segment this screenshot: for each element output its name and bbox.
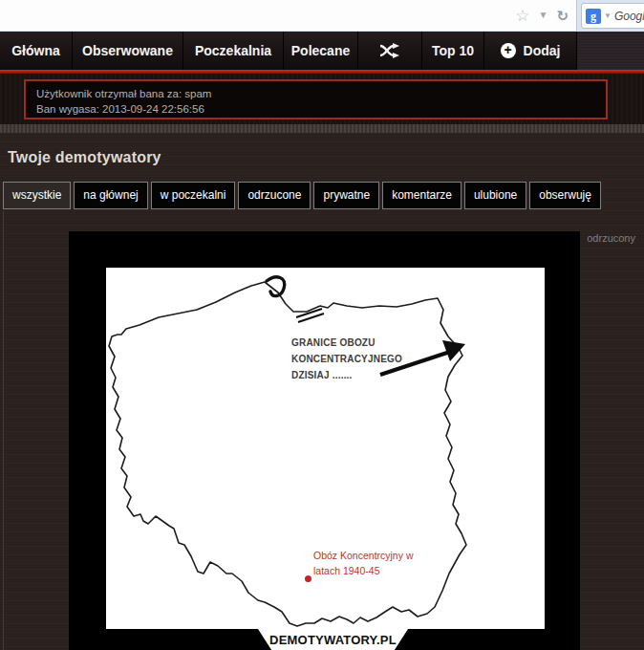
map-caption: GRANICE OBOZU KONCENTRACYJNEGO DZISIAJ .… <box>291 335 402 383</box>
nav-item-poczekalnia[interactable]: Poczekalnia <box>183 32 284 70</box>
address-bar[interactable]: ☆ ▼ ↻ <box>0 0 577 31</box>
tab-odrzucone[interactable]: odrzucone <box>238 182 311 209</box>
page: ☆ ▼ ↻ g ▼ Google Główna Obserwowane Pocz… <box>0 0 644 650</box>
page-title: Twoje demotywatory <box>8 149 161 166</box>
watermark: DEMOTYWATORY.PL <box>258 629 408 650</box>
tab-na-glownej[interactable]: na głównej <box>74 182 147 209</box>
demotivator-image: GRANICE OBOZU KONCENTRACYJNEGO DZISIAJ .… <box>106 268 545 629</box>
content-left-edge <box>3 211 4 650</box>
tab-ulubione[interactable]: ulubione <box>464 182 526 209</box>
tab-wszystkie[interactable]: wszystkie <box>3 182 71 209</box>
nav-item-glowna[interactable]: Główna <box>0 32 73 70</box>
plus-icon: + <box>501 43 516 58</box>
nav-item-obserwowane[interactable]: Obserwowane <box>73 32 183 70</box>
address-bar-icons: ☆ ▼ ↻ <box>515 0 569 31</box>
refresh-icon[interactable]: ↻ <box>556 9 569 23</box>
header-strip: Użytkownik otrzymał bana za: spam Ban wy… <box>0 74 644 124</box>
tab-obserwuje[interactable]: obserwuję <box>529 182 601 209</box>
tab-komentarze[interactable]: komentarze <box>382 182 462 209</box>
ban-expiry: Ban wygasa: 2013-09-24 22:56:56 <box>36 101 606 117</box>
browser-chrome: ☆ ▼ ↻ g ▼ Google <box>0 0 644 32</box>
demotivator-frame[interactable]: GRANICE OBOZU KONCENTRACYJNEGO DZISIAJ .… <box>69 231 580 650</box>
chevron-down-icon[interactable]: ▼ <box>539 11 548 20</box>
nav-item-top10[interactable]: Top 10 <box>422 32 484 70</box>
shuffle-icon <box>379 43 400 58</box>
annotation-arrow-head <box>442 340 465 361</box>
search-engine-label: Google <box>614 10 644 23</box>
filter-tabs: wszystkie na głównej w poczekalni odrzuc… <box>3 182 601 209</box>
navbar-filler <box>577 32 644 70</box>
browser-search-box[interactable]: g ▼ Google <box>581 3 644 29</box>
bookmark-star-icon[interactable]: ☆ <box>515 8 529 24</box>
nav-item-polecane[interactable]: Polecane <box>284 32 358 70</box>
ban-notice: Użytkownik otrzymał bana za: spam Ban wy… <box>24 79 608 119</box>
tab-prywatne[interactable]: prywatne <box>313 182 379 209</box>
search-engine-dropdown-icon[interactable]: ▼ <box>604 11 612 20</box>
camp-caption: Obóz Koncentrcyjny w latach 1940-45 <box>313 548 413 578</box>
ban-reason: Użytkownik otrzymał bana za: spam <box>36 86 606 101</box>
nav-items: Główna Obserwowane Poczekalnia Polecane <box>0 32 577 70</box>
camp-location-dot <box>305 575 311 582</box>
nav-item-shuffle[interactable] <box>358 32 422 70</box>
status-badge: odrzucony <box>587 232 635 244</box>
texture-band <box>0 124 644 133</box>
site-navbar: Główna Obserwowane Poczekalnia Polecane <box>0 32 644 70</box>
tab-w-poczekalni[interactable]: w poczekalni <box>151 182 236 209</box>
nav-item-dodaj[interactable]: + Dodaj <box>484 32 577 70</box>
google-favicon: g <box>586 9 601 24</box>
